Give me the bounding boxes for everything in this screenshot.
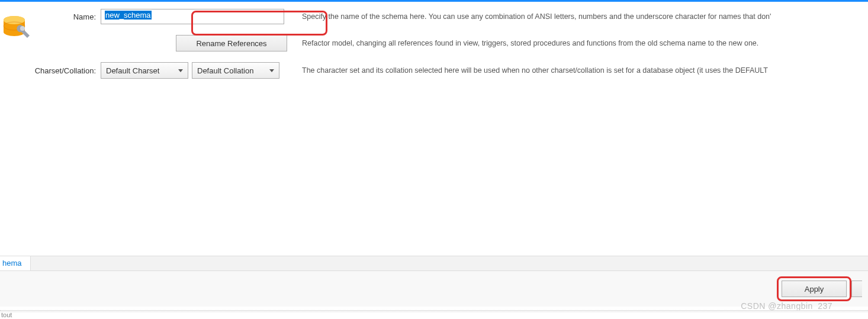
charset-label: Charset/Collation: <box>12 66 101 75</box>
window-top-accent <box>0 0 868 2</box>
apply-button[interactable]: Apply <box>782 281 847 297</box>
collation-value: Default Collation <box>197 66 253 75</box>
action-bar: Apply <box>0 271 868 307</box>
footer-label: tout <box>1 311 12 318</box>
tab-schema[interactable]: hema <box>0 256 31 270</box>
footer-separator <box>0 310 868 312</box>
rename-references-button[interactable]: Rename References <box>176 35 287 51</box>
schema-form: Name: new_schema Specify the name of the… <box>0 3 868 252</box>
name-label: Name: <box>36 12 101 21</box>
tab-bar: hema <box>0 256 868 271</box>
name-description: Specify the name of the schema here. You… <box>287 12 868 21</box>
partial-button-edge[interactable] <box>851 281 862 297</box>
charset-description: The character set and its collation sele… <box>287 66 868 75</box>
schema-name-input[interactable]: new_schema <box>101 9 284 24</box>
schema-name-value: new_schema <box>105 11 152 20</box>
rename-description: Refactor model, changing all references … <box>287 39 868 47</box>
charset-value: Default Charset <box>106 66 159 75</box>
charset-select[interactable]: Default Charset <box>101 62 188 79</box>
collation-select[interactable]: Default Collation <box>192 62 279 79</box>
